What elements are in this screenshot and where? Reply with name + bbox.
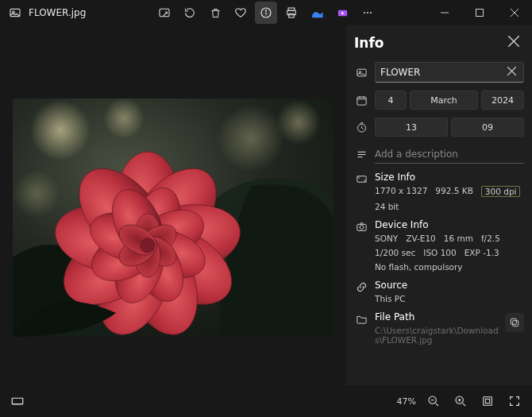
window-title: FLOWER.jpg	[29, 7, 86, 18]
svg-point-5	[265, 10, 266, 11]
device-model: ZV-E10	[406, 234, 436, 243]
size-dpi: 300 dpi	[481, 186, 521, 197]
size-dimensions: 1770 x 1327	[375, 186, 427, 197]
svg-point-10	[364, 12, 365, 14]
device-exp: EXP -1.3	[465, 248, 499, 257]
size-label: Size Info	[375, 172, 524, 183]
device-make: SONY	[375, 234, 398, 243]
bottom-bar: 47%	[0, 385, 532, 417]
image-viewer[interactable]	[0, 25, 346, 385]
svg-point-49	[140, 237, 156, 253]
image-icon	[354, 65, 368, 79]
zoom-in-icon[interactable]	[451, 392, 470, 411]
source-label: Source	[375, 280, 524, 291]
maximize-button[interactable]	[462, 0, 497, 25]
svg-rect-56	[357, 97, 365, 105]
folder-icon	[354, 311, 368, 326]
svg-point-11	[367, 12, 368, 14]
main-toolbar	[153, 2, 379, 24]
svg-line-72	[436, 403, 438, 406]
svg-line-75	[463, 403, 465, 406]
device-aperture: f/2.5	[481, 234, 500, 243]
app-icon	[6, 4, 24, 21]
zoom-out-icon[interactable]	[424, 392, 443, 411]
description-input[interactable]: Add a description	[375, 145, 524, 164]
zoom-value: 47%	[397, 396, 416, 407]
device-flash: No flash, compulsory	[375, 262, 463, 272]
date-month[interactable]: March	[410, 91, 478, 110]
titlebar: FLOWER.jpg	[0, 0, 532, 25]
fullscreen-icon[interactable]	[505, 392, 524, 411]
close-button[interactable]	[497, 0, 532, 25]
size-icon	[354, 172, 368, 186]
favorite-icon[interactable]	[229, 2, 252, 24]
time-hour[interactable]: 13	[375, 118, 448, 137]
clock-icon	[354, 120, 368, 134]
svg-rect-69	[12, 398, 23, 404]
device-label: Device Info	[375, 219, 524, 230]
fit-icon[interactable]	[478, 392, 497, 411]
info-title: Info	[354, 35, 384, 51]
device-focal: 16 mm	[444, 234, 473, 243]
photo-image	[13, 98, 333, 337]
svg-rect-14	[476, 10, 484, 17]
date-year[interactable]: 2024	[481, 91, 524, 110]
svg-rect-79	[485, 399, 489, 403]
svg-point-12	[370, 12, 372, 14]
edit-icon[interactable]	[153, 2, 175, 24]
date-day[interactable]: 4	[375, 91, 407, 110]
info-panel: Info FLOWER 4 March 2024	[346, 25, 532, 385]
filmstrip-icon[interactable]	[8, 392, 27, 411]
window-controls	[427, 0, 532, 25]
source-icon	[354, 280, 368, 294]
svg-rect-67	[513, 321, 519, 326]
paint-app-icon[interactable]	[306, 2, 328, 24]
info-icon[interactable]	[255, 2, 277, 24]
description-icon	[354, 147, 368, 161]
svg-point-66	[360, 225, 364, 229]
svg-point-20	[218, 105, 284, 172]
svg-point-22	[13, 170, 60, 218]
source-value: This PC	[375, 294, 405, 303]
svg-rect-8	[289, 14, 295, 17]
svg-point-21	[276, 100, 321, 145]
rotate-icon[interactable]	[179, 2, 201, 24]
svg-point-18	[30, 100, 91, 160]
delete-icon[interactable]	[204, 2, 226, 24]
main-area: Info FLOWER 4 March 2024	[0, 25, 532, 385]
size-filesize: 992.5 KB	[435, 186, 473, 197]
close-info-button[interactable]	[508, 36, 522, 50]
device-shutter: 1/200 sec	[375, 248, 415, 257]
print-icon[interactable]	[280, 2, 303, 24]
svg-rect-68	[511, 319, 516, 324]
camera-icon	[354, 219, 368, 234]
filename-value: FLOWER	[380, 67, 420, 78]
path-label: File Path	[375, 311, 499, 322]
filename-input[interactable]: FLOWER	[375, 62, 524, 83]
clear-icon[interactable]	[507, 67, 519, 78]
clipchamp-icon[interactable]	[331, 2, 353, 24]
device-iso: ISO 100	[423, 248, 456, 257]
svg-rect-78	[484, 397, 492, 406]
size-depth: 24 bit	[375, 202, 399, 211]
calendar-icon	[354, 93, 368, 107]
copy-path-button[interactable]	[505, 313, 524, 332]
svg-point-19	[103, 98, 145, 139]
time-min[interactable]: 09	[451, 118, 524, 137]
minimize-button[interactable]	[427, 0, 462, 25]
path-value: C:\Users\craigstark\Downloads\FLOWER.jpg	[375, 326, 499, 345]
more-icon[interactable]	[357, 2, 379, 24]
